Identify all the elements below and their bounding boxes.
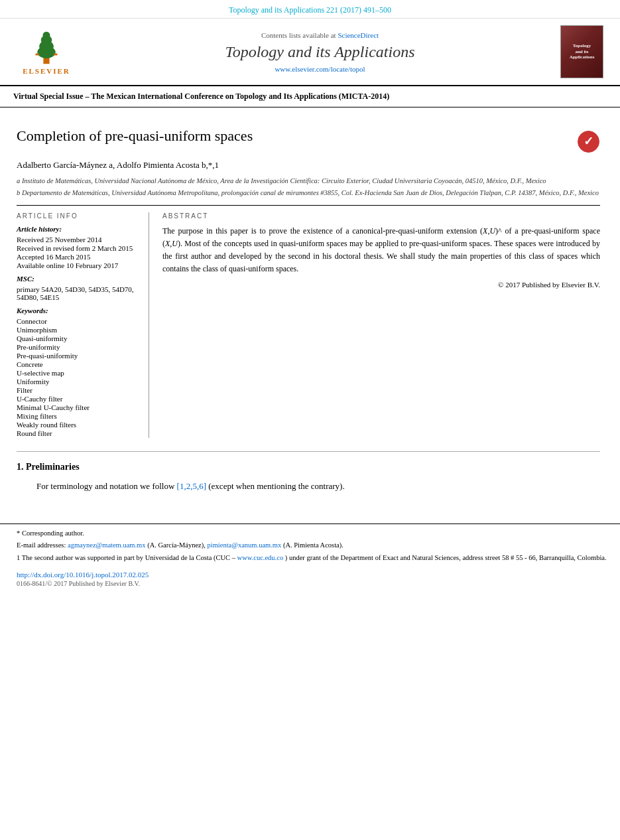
elsevier-brand-text: ELSEVIER [23, 67, 70, 75]
special-issue-text: Virtual Special Issue – The Mexican Inte… [13, 92, 389, 101]
paper-title-row: Completion of pre-quasi-uniform spaces ✓ [17, 127, 600, 153]
revised-date: Received in revised form 2 March 2015 [17, 244, 139, 252]
svg-rect-5 [36, 53, 40, 55]
section-divider [17, 451, 600, 452]
msc-codes: primary 54A20, 54D30, 54D35, 54D70, 54D8… [17, 285, 139, 301]
keyword-unimorphism: Unimorphism [17, 326, 139, 334]
paper-title-text: Completion of pre-quasi-uniform spaces [17, 127, 253, 145]
svg-rect-6 [54, 53, 58, 55]
citation-links[interactable]: [1,2,5,6] [177, 481, 206, 491]
keyword-weakly-round-filters: Weakly round filters [17, 421, 139, 429]
keyword-u-selective-map: U-selective map [17, 369, 139, 377]
keywords-section: Keywords: Connector Unimorphism Quasi-un… [17, 307, 139, 437]
keyword-filter: Filter [17, 386, 139, 394]
article-info-col: ARTICLE INFO Article history: Received 2… [17, 212, 149, 438]
article-info-abstract-row: ARTICLE INFO Article history: Received 2… [17, 212, 600, 438]
keyword-u-cauchy-filter: U-Cauchy filter [17, 395, 139, 403]
authors-text: Adalberto García-Máynez a, Adolfo Pimien… [17, 160, 219, 170]
keyword-connector: Connector [17, 317, 139, 325]
abstract-text: The purpose in this paper is to prove th… [162, 225, 600, 276]
journal-cover-image: Topologyand itsApplications [560, 25, 607, 78]
doi-link[interactable]: http://dx.doi.org/10.1016/j.topol.2017.0… [17, 571, 149, 579]
authors-line: Adalberto García-Máynez a, Adolfo Pimien… [17, 160, 600, 171]
special-issue-bar: Virtual Special Issue – The Mexican Inte… [0, 86, 620, 107]
abstract-col: ABSTRACT The purpose in this paper is to… [162, 212, 600, 438]
abstract-header: ABSTRACT [162, 212, 600, 220]
section-1-title: 1. Preliminaries [17, 462, 600, 472]
msc-section: MSC: primary 54A20, 54D30, 54D35, 54D70,… [17, 275, 139, 301]
section-1-number: 1. [17, 462, 24, 472]
accepted-date: Accepted 16 March 2015 [17, 253, 139, 261]
affiliation-b: b Departamento de Matemáticas, Universid… [17, 188, 600, 198]
msc-label: MSC: [17, 275, 139, 283]
corresponding-label: * Corresponding author. [17, 529, 84, 537]
email1-link[interactable]: agmaynez@matem.uam.mx [68, 541, 146, 549]
keyword-pre-quasi-uniformity: Pre-quasi-uniformity [17, 352, 139, 360]
topo-cover-icon: Topologyand itsApplications [560, 25, 603, 78]
keyword-concrete: Concrete [17, 360, 139, 368]
paper-body: Completion of pre-quasi-uniform spaces ✓… [0, 107, 620, 504]
keyword-mixing-filters: Mixing filters [17, 412, 139, 420]
journal-header: ELSEVIER Contents lists available at Sci… [0, 19, 620, 86]
journal-center-info: Contents lists available at ScienceDirec… [86, 31, 554, 73]
journal-citation: Topology and its Applications 221 (2017)… [229, 5, 391, 15]
journal-title: Topology and its Applications [86, 43, 554, 61]
footnote-1: 1 The second author was supported in par… [17, 553, 620, 564]
contents-label: Contents lists available at ScienceDirec… [86, 31, 554, 39]
footnote-corresponding: * Corresponding author. [17, 528, 620, 539]
sciencedirect-link[interactable]: ScienceDirect [338, 31, 379, 39]
elsevier-tree-icon [20, 29, 73, 66]
section-1-text: For terminology and notation we follow [… [36, 479, 580, 494]
affiliation-a: a Instituto de Matemáticas, Universidad … [17, 176, 600, 186]
header-divider [17, 205, 600, 206]
keyword-quasi-uniformity: Quasi-uniformity [17, 334, 139, 342]
footnote-emails: E-mail addresses: agmaynez@matem.uam.mx … [17, 540, 620, 551]
crossmark-icon: ✓ [577, 130, 600, 153]
issn-line: 0166-8641/© 2017 Published by Elsevier B… [0, 580, 620, 587]
elsevier-logo: ELSEVIER [13, 29, 80, 75]
email-label: E-mail addresses: [17, 541, 66, 549]
keywords-label: Keywords: [17, 307, 139, 315]
copyright-line: © 2017 Published by Elsevier B.V. [162, 281, 600, 289]
keyword-round-filter: Round filter [17, 429, 139, 437]
keyword-pre-uniformity: Pre-uniformity [17, 343, 139, 351]
journal-url[interactable]: www.elsevier.com/locate/topol [86, 65, 554, 73]
doi-line[interactable]: http://dx.doi.org/10.1016/j.topol.2017.0… [0, 571, 620, 579]
affiliations: a Instituto de Matemáticas, Universidad … [17, 176, 600, 198]
journal-citation-bar: Topology and its Applications 221 (2017)… [0, 0, 620, 19]
email2-link[interactable]: pimienta@xanum.uam.mx [208, 541, 282, 549]
keyword-uniformity: Uniformity [17, 378, 139, 385]
keyword-minimal-u-cauchy-filter: Minimal U-Cauchy filter [17, 403, 139, 411]
cuc-link[interactable]: www.cuc.edu.co [237, 554, 284, 561]
article-info-header: ARTICLE INFO [17, 212, 139, 220]
svg-text:✓: ✓ [584, 135, 593, 148]
available-date: Available online 10 February 2017 [17, 261, 139, 269]
section-1-label: Preliminaries [26, 462, 80, 472]
received-date: Received 25 November 2014 [17, 236, 139, 244]
svg-point-4 [43, 31, 50, 38]
footnotes-area: * Corresponding author. E-mail addresses… [0, 524, 620, 564]
article-history-label: Article history: [17, 225, 139, 233]
